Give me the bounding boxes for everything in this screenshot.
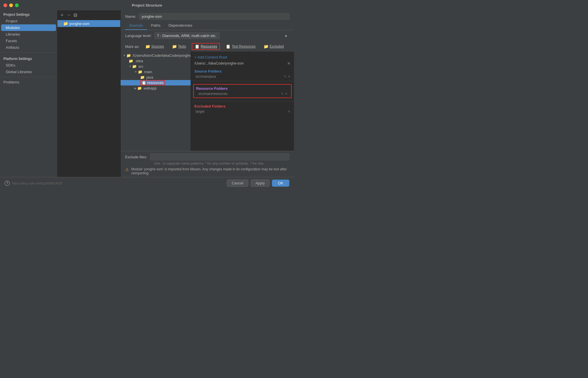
mark-tests-button[interactable]: 📁 Tests [170, 44, 188, 49]
source-folder-path: src/main/java [196, 75, 216, 79]
tab-paths[interactable]: Paths [147, 22, 165, 30]
sources-folder-icon: 📁 [145, 44, 150, 49]
content-root-path-label: /Users/.../IdeaCode/yonghe-ssm [194, 61, 244, 65]
root-path: /Users/lixin/Code/IdeaCode/yonghe-ssm [133, 53, 191, 58]
language-level-row: Language level: 7 - Diamonds, ARM, multi… [121, 30, 294, 41]
tree-node-webapp[interactable]: ▶ 📁 webapp [121, 85, 191, 91]
sidebar-item-global-libraries[interactable]: Global Libraries [0, 69, 57, 75]
platform-settings-header: Platform Settings [0, 54, 57, 62]
apply-button[interactable]: Apply [251, 180, 270, 187]
excluded-folder-close-icon[interactable]: ✕ [288, 110, 291, 114]
main-arrow: ▼ [134, 70, 137, 73]
source-folder-close-icon[interactable]: ✕ [288, 75, 291, 79]
exclude-files-input[interactable] [150, 153, 289, 160]
root-arrow: ▼ [123, 54, 126, 57]
main-folder-icon: 📁 [138, 70, 142, 74]
excluded-folders-title: Excluded Folders [191, 103, 294, 109]
name-row: Name: [121, 10, 294, 22]
resource-folder-edit-icon[interactable]: ✎ [281, 92, 284, 96]
add-content-root-button[interactable]: + Add Content Root [194, 55, 227, 59]
mark-sources-label: Sources [151, 44, 164, 48]
source-folder-edit-icon[interactable]: ✎ [284, 75, 287, 79]
mark-resources-label: Resources [201, 44, 217, 48]
module-name: yonghe-ssm [69, 22, 90, 26]
resource-folders-section: Resource Folders src/main/resources ✎ ✕ [193, 84, 292, 98]
java-label: java [146, 75, 153, 79]
resource-folders-title: Resource Folders [194, 86, 291, 91]
ok-button[interactable]: OK [272, 180, 289, 187]
excluded-folder-entry: target ✕ [191, 109, 294, 114]
src-folder-icon: 📁 [132, 64, 137, 69]
mark-as-row: Mark as: 📁 Sources 📁 Tests 📋 Resources 📋… [121, 41, 294, 52]
mark-sources-button[interactable]: 📁 Sources [143, 44, 166, 49]
close-button[interactable] [3, 3, 7, 7]
maximize-button[interactable] [15, 3, 19, 7]
remove-module-icon[interactable]: － [67, 12, 71, 18]
root-folder-icon: 📁 [126, 53, 131, 58]
bottom-area: Exclude files: Use ; to separate name pa… [121, 151, 294, 177]
right-panel-header: + Add Content Root [191, 54, 294, 61]
help-button[interactable]: ? [5, 181, 10, 186]
sidebar-item-libraries[interactable]: Libraries [0, 31, 57, 38]
tree-node-resources[interactable]: 📋 resources [121, 80, 191, 85]
footer-buttons: Cancel Apply OK [227, 180, 289, 187]
cancel-button[interactable]: Cancel [227, 180, 248, 187]
language-level-select[interactable]: 7 - Diamonds, ARM, multi-catch etc. [154, 32, 220, 39]
excluded-folder-icon: 📁 [264, 44, 268, 49]
exclude-files-row: Exclude files: [125, 153, 289, 160]
tab-sources[interactable]: Sources [125, 22, 147, 30]
mark-as-label: Mark as: [125, 44, 140, 49]
sidebar-divider [0, 52, 57, 53]
tree-node-root[interactable]: ▼ 📁 /Users/lixin/Code/IdeaCode/yonghe-ss… [121, 53, 191, 58]
sidebar-item-modules[interactable]: Modules [1, 24, 56, 31]
mark-test-resources-button[interactable]: 📋 Test Resources [223, 44, 258, 49]
tree-node-src[interactable]: ▼ 📁 src [121, 64, 191, 69]
minimize-button[interactable] [9, 3, 13, 7]
module-tree-item-yonghe-ssm[interactable]: ▶ 📁 yonghe-ssm [57, 20, 120, 27]
mark-test-resources-label: Test Resources [232, 44, 256, 48]
content-split: ▼ 📁 /Users/lixin/Code/IdeaCode/yonghe-ss… [121, 52, 294, 151]
footer-left: ? https://blog.csdn.net/qq1808814025 [5, 181, 62, 186]
resource-folder-close-icon[interactable]: ✕ [285, 92, 288, 96]
tree-node-java[interactable]: 📁 java [121, 75, 191, 80]
webapp-arrow: ▶ [134, 87, 137, 90]
language-level-label: Language level: [125, 34, 152, 38]
source-folders-title: Source Folders [191, 68, 294, 74]
test-resources-folder-icon: 📋 [226, 44, 231, 49]
mark-excluded-label: Excluded [270, 44, 284, 48]
main-content: Name: Sources Paths Dependencies Languag… [121, 10, 294, 177]
title-bar: Project Structure [0, 0, 294, 10]
module-toolbar: ＋ － ⊟ [57, 10, 120, 20]
source-folder-entry: src/main/java ✎ ✕ [191, 74, 294, 79]
source-folder-actions: ✎ ✕ [284, 75, 291, 79]
traffic-lights [3, 3, 19, 7]
sidebar-item-artifacts[interactable]: Artifacts [0, 44, 57, 51]
file-tree: ▼ 📁 /Users/lixin/Code/IdeaCode/yonghe-ss… [121, 52, 191, 151]
module-arrow: ▶ [60, 22, 62, 25]
exclude-files-label: Exclude files: [125, 155, 147, 159]
add-module-icon[interactable]: ＋ [60, 12, 64, 18]
project-settings-header: Project Settings [0, 10, 57, 18]
footer-url: https://blog.csdn.net/qq1808814025 [12, 182, 62, 185]
sidebar-divider-2 [0, 77, 57, 77]
copy-module-icon[interactable]: ⊟ [74, 12, 77, 18]
sidebar-item-project[interactable]: Project [0, 18, 57, 24]
java-folder-icon: 📁 [140, 75, 145, 79]
mark-resources-button[interactable]: 📋 Resources [192, 43, 220, 50]
name-input[interactable] [139, 13, 289, 20]
webapp-label: webapp [144, 86, 157, 90]
sidebar-item-facets[interactable]: Facets [0, 38, 57, 44]
tree-node-main[interactable]: ▼ 📁 main [121, 69, 191, 75]
resource-folder-path: src/main/resources [198, 92, 227, 96]
sidebar-item-problems[interactable]: Problems [0, 79, 57, 85]
tab-dependencies[interactable]: Dependencies [165, 22, 196, 30]
mark-excluded-button[interactable]: 📁 Excluded [261, 44, 286, 49]
language-level-select-wrapper: 7 - Diamonds, ARM, multi-catch etc. [154, 32, 289, 39]
sidebar-item-sdks[interactable]: SDKs [0, 62, 57, 69]
excluded-folder-path: target [196, 110, 204, 114]
content-root-close-icon[interactable]: ✕ [287, 61, 291, 66]
warning-text: Module 'yonghe-ssm' is imported from Mav… [131, 167, 289, 175]
main-label: main [144, 70, 152, 74]
tabs-bar: Sources Paths Dependencies [121, 22, 294, 30]
tree-node-idea[interactable]: 📁 .idea [121, 58, 191, 64]
